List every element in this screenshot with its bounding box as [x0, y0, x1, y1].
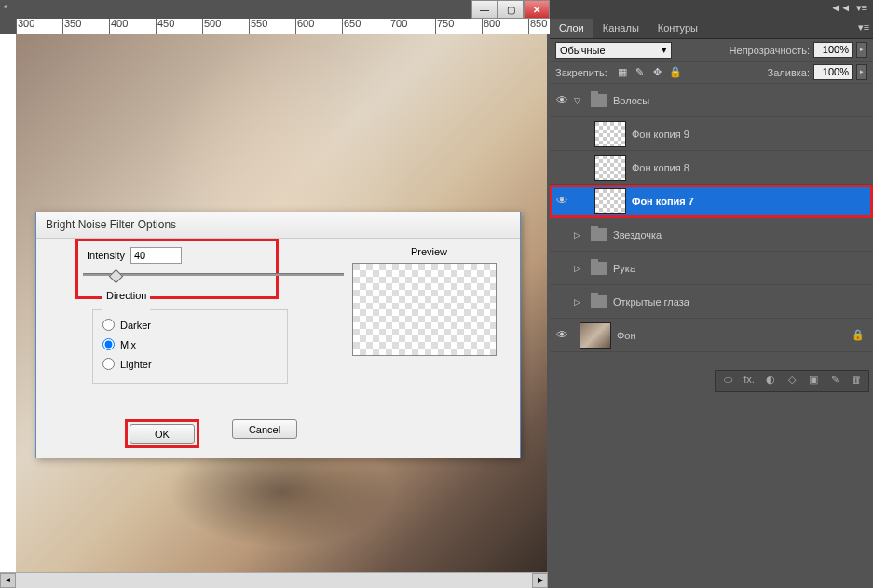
layer-thumbnail: [580, 322, 611, 349]
layer-list: 👁▽ВолосыФон копия 9Фон копия 8👁Фон копия…: [550, 84, 873, 352]
scroll-right-icon[interactable]: ▶: [532, 573, 548, 588]
visibility-toggle-icon[interactable]: 👁: [550, 328, 574, 342]
ruler-vertical: [0, 34, 16, 572]
lock-option-icon[interactable]: 🔒: [668, 65, 683, 80]
intensity-input[interactable]: [130, 247, 182, 264]
direction-group: Direction DarkerMixLighter: [92, 304, 288, 384]
cancel-button[interactable]: Cancel: [232, 419, 297, 439]
layer-row[interactable]: ▷Открытые глаза: [550, 285, 873, 319]
preview-label: Preview: [352, 246, 506, 257]
tab-Каналы[interactable]: Каналы: [593, 19, 648, 38]
layer-thumbnail: [594, 155, 626, 181]
layer-name: Открытые глаза: [613, 296, 866, 308]
lock-option-icon[interactable]: ✥: [650, 65, 665, 80]
expand-arrow-icon[interactable]: ▷: [574, 264, 585, 273]
opacity-flyout-icon[interactable]: ▸: [856, 42, 867, 58]
expand-arrow-icon[interactable]: ▽: [574, 96, 585, 105]
layer-row[interactable]: 👁Фон🔒: [550, 319, 873, 352]
highlight-ok: OK: [125, 419, 199, 448]
layer-thumbnail: [594, 121, 626, 147]
tab-Слои[interactable]: Слои: [550, 19, 593, 38]
layer-row[interactable]: Фон копия 8: [550, 151, 873, 185]
lock-option-icon[interactable]: ✎: [633, 65, 648, 80]
panel-menu-icon[interactable]: ▾≡: [856, 2, 867, 13]
panel-tabs: СлоиКаналыКонтуры▾≡: [550, 19, 873, 39]
panel-bottom-toolbar: ⬭fx.◐◇▣✎🗑: [715, 370, 869, 392]
direction-option-label: Lighter: [120, 359, 152, 370]
panel-action-icon[interactable]: ◇: [783, 374, 801, 389]
minimize-button[interactable]: —: [471, 0, 498, 19]
layers-panel: ◄◄ ▾≡ СлоиКаналыКонтуры▾≡ Обычные▾ Непро…: [550, 0, 873, 588]
direction-label: Direction: [102, 290, 150, 301]
folder-icon: [591, 295, 607, 308]
layer-row[interactable]: 👁Фон копия 7: [550, 185, 873, 218]
folder-icon: [591, 94, 607, 107]
opacity-input[interactable]: 100%: [813, 42, 853, 58]
blend-mode-dropdown[interactable]: Обычные▾: [555, 42, 672, 59]
visibility-toggle-icon[interactable]: 👁: [550, 194, 574, 208]
slider-thumb-icon[interactable]: [109, 269, 124, 284]
layer-row[interactable]: ▷Рука: [550, 252, 873, 285]
intensity-label: Intensity: [87, 250, 125, 261]
fill-flyout-icon[interactable]: ▸: [856, 64, 867, 80]
layer-row[interactable]: 👁▽Волосы: [550, 84, 873, 117]
visibility-toggle-icon[interactable]: 👁: [550, 93, 574, 107]
fill-input[interactable]: 100%: [813, 64, 853, 80]
lock-label: Закрепить:: [555, 67, 607, 78]
panel-action-icon[interactable]: ⬭: [718, 374, 737, 389]
expand-arrow-icon[interactable]: ▷: [574, 230, 585, 239]
ruler-horizontal: 3003504004505005506006507007508008509009…: [16, 19, 550, 34]
layer-thumbnail: [594, 188, 626, 214]
direction-radio-mix[interactable]: [102, 338, 115, 350]
opacity-label: Непрозрачность:: [730, 45, 810, 56]
panel-action-icon[interactable]: ▣: [804, 374, 823, 389]
lock-option-icon[interactable]: ▦: [615, 65, 630, 80]
ok-button[interactable]: OK: [130, 424, 195, 444]
layer-name: Рука: [613, 263, 866, 274]
intensity-group: Intensity: [83, 243, 269, 284]
preview-area: Preview: [352, 246, 506, 356]
scrollbar-horizontal[interactable]: ◄ ▶: [0, 572, 548, 588]
layer-row[interactable]: Фон копия 9: [550, 117, 873, 151]
layer-name: Волосы: [613, 95, 866, 106]
layer-name: Фон копия 9: [632, 129, 866, 140]
lock-icon: 🔒: [851, 329, 866, 341]
layer-name: Фон копия 8: [632, 162, 866, 173]
direction-radio-darker[interactable]: [102, 319, 115, 331]
filter-options-dialog: Bright Noise Filter Options Intensity Di…: [35, 212, 521, 458]
fill-label: Заливка:: [768, 67, 810, 78]
document-title: *: [4, 3, 7, 14]
layer-name: Звездочка: [613, 229, 866, 240]
panel-dropdown-icon[interactable]: ▾≡: [854, 19, 873, 38]
panel-action-icon[interactable]: fx.: [740, 374, 758, 389]
maximize-button[interactable]: ▢: [498, 0, 524, 19]
direction-option-label: Mix: [120, 339, 136, 350]
panel-action-icon[interactable]: ◐: [761, 374, 780, 389]
layer-row[interactable]: ▷Звездочка: [550, 218, 873, 252]
close-button[interactable]: ✕: [524, 0, 550, 19]
panel-collapse-bar[interactable]: ◄◄ ▾≡: [550, 0, 873, 19]
layer-name: Фон: [617, 330, 851, 341]
layer-name: Фон копия 7: [632, 196, 866, 207]
scroll-left-icon[interactable]: ◄: [0, 573, 16, 588]
collapse-icon[interactable]: ◄◄: [830, 2, 851, 13]
window-controls: — ▢ ✕: [471, 0, 550, 19]
direction-option-label: Darker: [120, 320, 151, 331]
intensity-slider[interactable]: [83, 273, 344, 284]
panel-action-icon[interactable]: ✎: [825, 374, 844, 389]
folder-icon: [591, 262, 607, 275]
preview-image: [352, 263, 497, 356]
panel-action-icon[interactable]: 🗑: [847, 374, 866, 389]
dialog-title: Bright Noise Filter Options: [36, 212, 520, 239]
chevron-down-icon: ▾: [662, 44, 667, 56]
tab-Контуры[interactable]: Контуры: [648, 19, 707, 38]
direction-radio-lighter[interactable]: [102, 358, 115, 370]
folder-icon: [591, 228, 607, 241]
expand-arrow-icon[interactable]: ▷: [574, 297, 585, 307]
